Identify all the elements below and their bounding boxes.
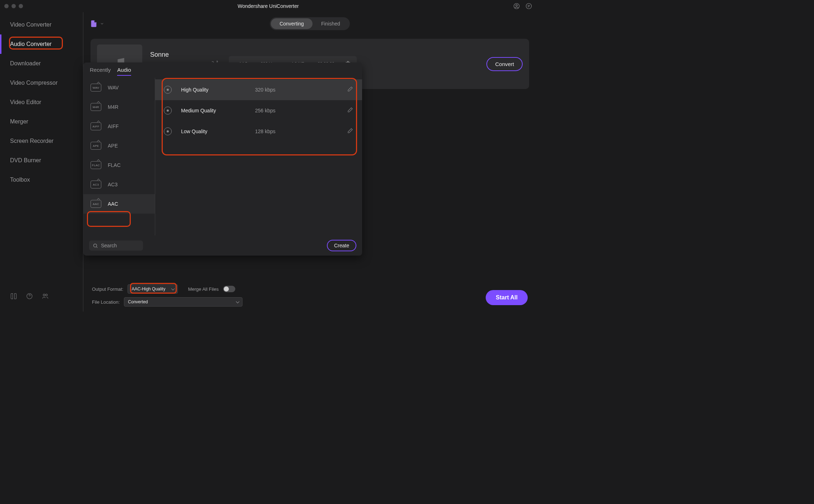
create-button[interactable]: Create: [327, 240, 356, 251]
format-aiff[interactable]: AIFFAIFF: [83, 117, 155, 136]
svg-point-6: [94, 244, 97, 247]
svg-point-1: [516, 5, 518, 6]
sidebar-item-video-editor[interactable]: Video Editor: [0, 93, 83, 112]
format-list[interactable]: WAVWAV M4RM4R AIFFAIFF APEAPE FLACFLAC A…: [83, 78, 155, 235]
tab-finished[interactable]: Finished: [313, 18, 349, 29]
svg-point-4: [43, 294, 45, 296]
format-aac[interactable]: AACAAC: [83, 194, 155, 214]
title-bar: Wondershare UniConverter: [0, 0, 536, 12]
search-icon: [93, 243, 98, 248]
file-location-select[interactable]: Converted: [124, 297, 242, 307]
edit-icon[interactable]: [347, 86, 353, 94]
popover-tab-audio[interactable]: Audio: [117, 67, 131, 76]
sidebar-item-video-converter[interactable]: Video Converter: [0, 15, 83, 34]
disc-icon: [164, 127, 172, 135]
help-icon[interactable]: [26, 293, 33, 302]
app-title: Wondershare UniConverter: [0, 3, 536, 9]
format-m4r[interactable]: M4RM4R: [83, 97, 155, 117]
popover-tab-recently[interactable]: Recently: [90, 67, 111, 76]
file-location-label: File Location:: [92, 299, 120, 305]
edit-icon[interactable]: [347, 107, 353, 115]
quality-high[interactable]: High Quality 320 kbps: [155, 79, 362, 100]
search-input[interactable]: Search: [89, 241, 143, 251]
feedback-icon[interactable]: [526, 3, 532, 9]
edit-icon[interactable]: [347, 127, 353, 135]
quality-list: High Quality 320 kbps Medium Quality 256…: [155, 78, 362, 235]
quality-medium[interactable]: Medium Quality 256 kbps: [155, 100, 362, 121]
format-ape[interactable]: APEAPE: [83, 136, 155, 155]
sidebar-item-video-compressor[interactable]: Video Compressor: [0, 73, 83, 93]
merge-label: Merge All Files: [188, 286, 218, 292]
format-popover: Recently Audio WAVWAV M4RM4R AIFFAIFF AP…: [83, 62, 362, 256]
sidebar-item-downloader[interactable]: Downloader: [0, 54, 83, 73]
merge-toggle[interactable]: [223, 286, 235, 292]
sidebar-item-dvd-burner[interactable]: DVD Burner: [0, 151, 83, 170]
file-name: Sonne: [150, 51, 201, 59]
content-area: Converting Finished Sonne MP3 320 kbps 4…: [83, 12, 536, 312]
chevron-down-icon: [100, 22, 104, 26]
start-all-button[interactable]: Start All: [486, 290, 528, 305]
disc-icon: [164, 107, 172, 115]
svg-point-5: [46, 294, 47, 296]
sidebar-item-audio-converter[interactable]: Audio Converter: [0, 34, 83, 54]
output-format-select[interactable]: AAC-High Quality: [128, 284, 178, 294]
tab-converting[interactable]: Converting: [271, 18, 313, 29]
sidebar-item-toolbox[interactable]: Toolbox: [0, 170, 83, 190]
sidebar: Video Converter Audio Converter Download…: [0, 12, 83, 312]
sidebar-item-merger[interactable]: Merger: [0, 112, 83, 131]
convert-button[interactable]: Convert: [486, 57, 523, 71]
account-icon[interactable]: [513, 3, 520, 9]
stage-tabs: Converting Finished: [270, 17, 350, 30]
community-icon[interactable]: [42, 293, 49, 302]
disc-icon: [164, 86, 172, 94]
guide-icon[interactable]: [10, 293, 17, 302]
sidebar-item-screen-recorder[interactable]: Screen Recorder: [0, 131, 83, 151]
quality-low[interactable]: Low Quality 128 kbps: [155, 121, 362, 142]
format-wav[interactable]: WAVWAV: [83, 78, 155, 97]
add-file-button[interactable]: [90, 20, 104, 28]
format-flac[interactable]: FLACFLAC: [83, 155, 155, 175]
output-format-label: Output Format:: [92, 286, 123, 292]
format-ac3[interactable]: AC3AC3: [83, 175, 155, 194]
